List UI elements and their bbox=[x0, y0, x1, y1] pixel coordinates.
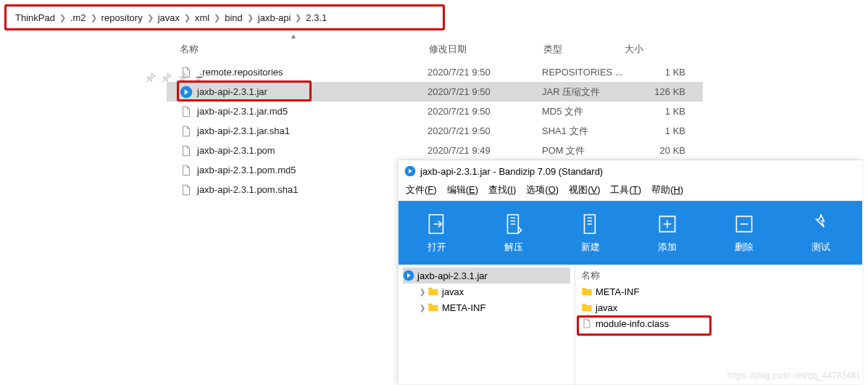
toolbar-open-button[interactable]: 打开 bbox=[398, 201, 475, 265]
svg-rect-6 bbox=[428, 304, 432, 306]
toolbar-label: 添加 bbox=[658, 241, 677, 254]
toolbar-label: 新建 bbox=[581, 241, 600, 254]
bandizip-window: jaxb-api-2.3.1.jar - Bandizip 7.09 (Stan… bbox=[398, 160, 862, 384]
tree-item[interactable]: ❯javax bbox=[403, 283, 570, 299]
file-icon bbox=[180, 66, 193, 79]
file-size: 1 KB bbox=[627, 67, 685, 78]
menu-item[interactable]: 选项(O) bbox=[526, 183, 559, 196]
content-name: javax bbox=[596, 302, 617, 313]
bandizip-body: jaxb-api-2.3.1.jar❯javax❯META-INF 名称 MET… bbox=[398, 265, 862, 385]
folder-icon bbox=[427, 302, 439, 313]
watermark: https://blog.csdn.net/qq_44783481 bbox=[727, 370, 861, 381]
content-header-name[interactable]: 名称 bbox=[581, 268, 856, 283]
expand-icon[interactable]: ❯ bbox=[417, 288, 427, 296]
file-icon bbox=[180, 183, 193, 196]
toolbar-extract-button[interactable]: 解压 bbox=[475, 201, 552, 265]
content-row[interactable]: javax bbox=[581, 299, 856, 315]
tree-root[interactable]: jaxb-api-2.3.1.jar bbox=[403, 268, 570, 283]
file-date: 2020/7/21 9:50 bbox=[427, 106, 542, 117]
file-type: SHA1 文件 bbox=[542, 125, 627, 138]
toolbar-delete-button[interactable]: 删除 bbox=[706, 201, 783, 265]
file-row[interactable]: jaxb-api-2.3.1.jar.sha12020/7/21 9:50SHA… bbox=[167, 121, 703, 141]
tree-label: META-INF bbox=[442, 302, 485, 313]
menu-item[interactable]: 编辑(E) bbox=[447, 183, 478, 196]
chevron-right-icon: ❯ bbox=[91, 13, 97, 22]
file-name: jaxb-api-2.3.1.jar.sha1 bbox=[197, 125, 427, 136]
col-header-date[interactable]: 修改日期 bbox=[429, 43, 467, 56]
breadcrumb-item[interactable]: xml bbox=[192, 12, 212, 23]
file-date: 2020/7/21 9:50 bbox=[427, 86, 542, 97]
folder-icon bbox=[427, 286, 439, 297]
bandizip-tree: jaxb-api-2.3.1.jar❯javax❯META-INF bbox=[398, 265, 575, 385]
chevron-right-icon: ❯ bbox=[184, 13, 191, 22]
svg-rect-8 bbox=[582, 288, 585, 290]
menu-item[interactable]: 帮助(H) bbox=[651, 183, 683, 196]
file-row[interactable]: _remote.repositories2020/7/21 9:50REPOSI… bbox=[167, 62, 703, 82]
folder-icon bbox=[581, 286, 593, 297]
breadcrumb-item[interactable]: jaxb-api bbox=[255, 12, 294, 23]
chevron-right-icon: ❯ bbox=[59, 13, 66, 22]
file-size: 126 KB bbox=[627, 86, 685, 97]
breadcrumb[interactable]: ThinkPad❯.m2❯repository❯javax❯xml❯bind❯j… bbox=[4, 4, 445, 30]
col-header-size[interactable]: 大小 bbox=[625, 43, 643, 56]
file-size: 20 KB bbox=[627, 145, 685, 156]
folder-icon bbox=[581, 302, 593, 313]
tree-item[interactable]: ❯META-INF bbox=[403, 299, 570, 315]
file-name: jaxb-api-2.3.1.pom.md5 bbox=[197, 165, 427, 175]
column-headers: 名称 修改日期 类型 大小 bbox=[0, 41, 868, 58]
toolbar-new-button[interactable]: 新建 bbox=[552, 201, 629, 265]
file-icon bbox=[180, 164, 193, 177]
col-header-type[interactable]: 类型 bbox=[543, 43, 562, 56]
tree-label: javax bbox=[442, 286, 464, 297]
archive-icon bbox=[180, 86, 193, 99]
toolbar-test-button[interactable]: 测试 bbox=[783, 201, 859, 265]
breadcrumb-item[interactable]: repository bbox=[99, 12, 146, 23]
svg-rect-10 bbox=[582, 304, 585, 306]
bandizip-toolbar: 打开解压新建添加删除测试 bbox=[398, 201, 862, 265]
chevron-right-icon: ❯ bbox=[295, 13, 301, 22]
pin-icon[interactable] bbox=[143, 71, 157, 84]
breadcrumb-item[interactable]: .m2 bbox=[67, 12, 89, 23]
file-row[interactable]: jaxb-api-2.3.1.jar.md52020/7/21 9:50MD5 … bbox=[167, 102, 703, 121]
breadcrumb-item[interactable]: javax bbox=[155, 12, 183, 23]
bandizip-menubar: 文件(F)编辑(E)查找(I)选项(O)视图(V)工具(T)帮助(H) bbox=[398, 182, 862, 201]
breadcrumb-item[interactable]: bind bbox=[222, 12, 246, 23]
toolbar-add-button[interactable]: 添加 bbox=[629, 201, 706, 265]
file-name: jaxb-api-2.3.1.jar.md5 bbox=[197, 106, 427, 117]
file-date: 2020/7/21 9:49 bbox=[427, 145, 542, 156]
file-date: 2020/7/21 9:50 bbox=[427, 67, 542, 78]
menu-item[interactable]: 查找(I) bbox=[488, 183, 516, 196]
bandizip-titlebar[interactable]: jaxb-api-2.3.1.jar - Bandizip 7.09 (Stan… bbox=[398, 160, 862, 182]
bandizip-content: 名称 META-INFjavaxmodule-info.class bbox=[575, 265, 862, 385]
content-row[interactable]: module-info.class bbox=[581, 315, 856, 331]
archive-icon bbox=[403, 270, 414, 281]
file-date: 2020/7/21 9:50 bbox=[427, 125, 542, 136]
breadcrumb-item[interactable]: ThinkPad bbox=[12, 12, 58, 23]
file-type: POM 文件 bbox=[542, 144, 627, 157]
file-name: _remote.repositories bbox=[197, 67, 427, 78]
file-row[interactable]: jaxb-api-2.3.1.pom2020/7/21 9:49POM 文件20… bbox=[167, 141, 703, 160]
sort-indicator-row: ▲ bbox=[167, 32, 819, 41]
menu-item[interactable]: 视图(V) bbox=[569, 183, 600, 196]
file-icon bbox=[581, 318, 593, 329]
file-row[interactable]: jaxb-api-2.3.1.jar2020/7/21 9:50JAR 压缩文件… bbox=[167, 82, 703, 102]
chevron-right-icon: ❯ bbox=[214, 13, 220, 22]
file-name: jaxb-api-2.3.1.pom bbox=[197, 145, 427, 156]
menu-item[interactable]: 工具(T) bbox=[610, 183, 641, 196]
content-row[interactable]: META-INF bbox=[581, 283, 856, 299]
toolbar-label: 解压 bbox=[504, 241, 523, 254]
sort-arrow-icon: ▲ bbox=[290, 32, 297, 40]
col-header-name[interactable]: 名称 bbox=[180, 43, 199, 56]
breadcrumb-item[interactable]: 2.3.1 bbox=[303, 12, 330, 23]
expand-icon[interactable]: ❯ bbox=[417, 304, 427, 312]
file-type: MD5 文件 bbox=[542, 105, 627, 118]
menu-item[interactable]: 文件(F) bbox=[406, 183, 437, 196]
file-icon bbox=[180, 105, 193, 118]
toolbar-label: 打开 bbox=[427, 241, 446, 254]
file-size: 1 KB bbox=[627, 125, 685, 136]
toolbar-label: 删除 bbox=[735, 241, 754, 254]
chevron-right-icon: ❯ bbox=[247, 13, 254, 22]
file-name: jaxb-api-2.3.1.jar bbox=[197, 86, 427, 97]
tree-label: jaxb-api-2.3.1.jar bbox=[417, 270, 488, 281]
content-name: META-INF bbox=[596, 286, 639, 297]
